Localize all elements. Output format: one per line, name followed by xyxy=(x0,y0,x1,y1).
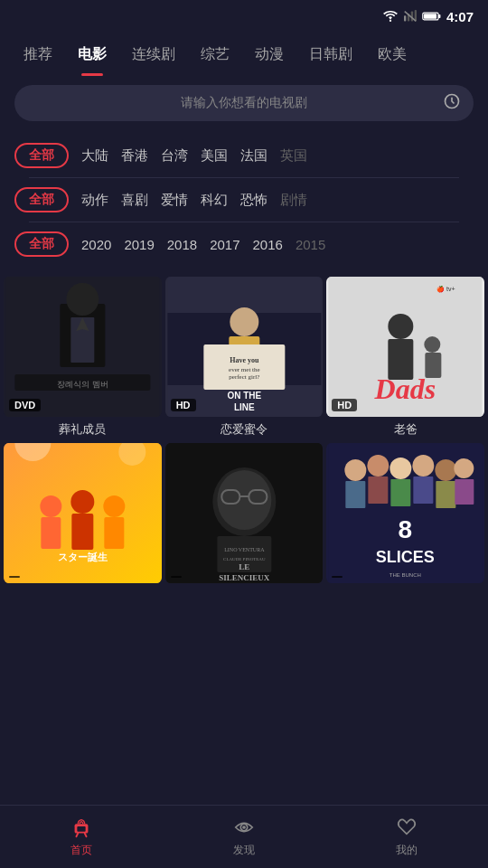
year-all-btn[interactable]: 全部 xyxy=(14,231,69,257)
region-mainland[interactable]: 大陆 xyxy=(81,147,108,165)
badge-4 xyxy=(9,576,20,578)
search-placeholder[interactable]: 请输入你想看的电视剧 xyxy=(29,95,459,111)
search-inner[interactable]: 请输入你想看的电视剧 xyxy=(14,85,474,121)
tab-variety[interactable]: 综艺 xyxy=(188,33,242,76)
region-uk[interactable]: 英国 xyxy=(280,147,307,165)
svg-rect-64 xyxy=(414,476,434,504)
genre-action[interactable]: 动作 xyxy=(81,192,108,209)
year-2019[interactable]: 2019 xyxy=(124,237,154,252)
movie-card-4[interactable]: スター誕生 xyxy=(4,443,162,590)
region-filter-row: 全部 大陆 香港 台湾 美国 法国 英国 xyxy=(14,134,474,177)
svg-point-75 xyxy=(242,826,246,829)
year-2018[interactable]: 2018 xyxy=(167,237,197,252)
svg-rect-65 xyxy=(436,481,456,508)
svg-text:Dads: Dads xyxy=(374,373,436,405)
svg-rect-41 xyxy=(104,517,124,549)
svg-point-12 xyxy=(66,283,99,316)
svg-point-0 xyxy=(389,20,391,22)
tab-western[interactable]: 欧美 xyxy=(365,33,419,76)
svg-rect-7 xyxy=(424,14,436,19)
svg-text:ever met the: ever met the xyxy=(229,366,260,373)
wifi-icon xyxy=(382,10,399,23)
svg-rect-61 xyxy=(346,481,366,508)
svg-text:장례식의 멤버: 장례식의 멤버 xyxy=(57,380,108,389)
profile-label: 我的 xyxy=(396,843,418,858)
badge-hd-2: HD xyxy=(171,399,196,411)
profile-icon xyxy=(395,816,418,839)
badge-6 xyxy=(332,576,343,578)
genre-horror[interactable]: 恐怖 xyxy=(240,192,267,209)
status-icons: 4:07 xyxy=(382,9,474,24)
svg-line-72 xyxy=(76,834,78,837)
discover-icon xyxy=(232,816,256,839)
movie-card-5[interactable]: LINO VENTURA CLAUDE PINOTEAU LE SILENCIE… xyxy=(165,443,324,590)
tab-series[interactable]: 连续剧 xyxy=(119,33,188,76)
svg-point-40 xyxy=(103,495,125,517)
movie-grid: 장례식의 멤버 DVD 葬礼成员 Have you ever met the xyxy=(0,269,488,590)
home-icon xyxy=(70,816,93,839)
movie-title-3: 老爸 xyxy=(326,417,484,439)
svg-rect-39 xyxy=(71,514,93,550)
tab-movie[interactable]: 电影 xyxy=(65,33,119,76)
svg-rect-71 xyxy=(77,826,85,832)
movie-card-2[interactable]: Have you ever met the perfect girl? ON T… xyxy=(165,277,324,439)
genre-comedy[interactable]: 喜剧 xyxy=(121,192,148,209)
year-2016[interactable]: 2016 xyxy=(253,237,283,252)
movie-card-3[interactable]: 🍎 tv+ Dads HD 老爸 xyxy=(326,277,484,439)
poster-4-art: スター誕生 xyxy=(4,443,162,583)
svg-text:ON THE: ON THE xyxy=(227,391,261,401)
svg-text:LINE: LINE xyxy=(234,402,255,412)
bottom-nav-profile[interactable]: 我的 xyxy=(371,816,443,858)
tab-korean[interactable]: 日韩剧 xyxy=(296,33,365,76)
nav-tabs: 推荐 电影 连续剧 综艺 动漫 日韩剧 欧美 xyxy=(0,33,488,76)
genre-romance[interactable]: 爱情 xyxy=(161,192,188,209)
movie-card-6[interactable]: 8 SLICES THE BUNCH xyxy=(326,443,484,590)
svg-line-5 xyxy=(405,12,416,22)
poster-2-art: Have you ever met the perfect girl? ON T… xyxy=(165,277,324,417)
movie-card-1[interactable]: 장례식의 멤버 DVD 葬礼成员 xyxy=(4,277,162,439)
svg-point-59 xyxy=(436,459,457,481)
badge-dvd: DVD xyxy=(9,399,41,411)
genre-scifi[interactable]: 科幻 xyxy=(201,192,228,209)
clock-icon[interactable] xyxy=(443,92,461,114)
movie-title-6 xyxy=(326,583,484,590)
poster-6-art: 8 SLICES THE BUNCH xyxy=(326,443,484,583)
region-hk[interactable]: 香港 xyxy=(121,147,148,165)
svg-text:LE: LE xyxy=(239,562,249,571)
svg-point-18 xyxy=(230,307,258,336)
poster-1-art: 장례식의 멤버 xyxy=(4,277,162,417)
year-2015[interactable]: 2015 xyxy=(296,237,325,252)
tab-anime[interactable]: 动漫 xyxy=(242,33,296,76)
region-us[interactable]: 美国 xyxy=(201,147,228,165)
movie-title-5 xyxy=(165,583,324,590)
movie-title-1: 葬礼成员 xyxy=(4,417,162,439)
svg-text:perfect girl?: perfect girl? xyxy=(229,373,259,381)
signal-icon xyxy=(403,10,418,23)
bottom-nav-discover[interactable]: 发现 xyxy=(208,816,280,858)
region-tw[interactable]: 台湾 xyxy=(161,147,188,165)
year-2017[interactable]: 2017 xyxy=(210,237,239,252)
svg-text:SLICES: SLICES xyxy=(376,548,435,566)
movie-title-2: 恋爱蜜令 xyxy=(165,417,324,439)
svg-text:🍎 tv+: 🍎 tv+ xyxy=(436,285,455,293)
poster-5-art: LINO VENTURA CLAUDE PINOTEAU LE SILENCIE… xyxy=(165,443,324,583)
svg-point-28 xyxy=(389,314,414,339)
discover-label: 发现 xyxy=(233,843,255,858)
badge-hd-3: HD xyxy=(332,399,357,411)
svg-text:LINO VENTURA: LINO VENTURA xyxy=(224,547,265,552)
svg-rect-8 xyxy=(438,14,440,18)
svg-text:CLAUDE PINOTEAU: CLAUDE PINOTEAU xyxy=(223,557,266,561)
region-france[interactable]: 法国 xyxy=(240,147,267,165)
region-all-btn[interactable]: 全部 xyxy=(14,143,69,168)
bottom-nav-home[interactable]: 首页 xyxy=(45,816,117,858)
year-filter-row: 全部 2020 2019 2018 2017 2016 2015 xyxy=(14,222,474,266)
battery-icon xyxy=(422,10,442,23)
svg-rect-62 xyxy=(369,476,389,504)
svg-point-36 xyxy=(40,495,61,517)
genre-all-btn[interactable]: 全部 xyxy=(14,187,69,212)
tab-recommend[interactable]: 推荐 xyxy=(11,33,65,76)
genre-drama[interactable]: 剧情 xyxy=(280,192,307,209)
year-2020[interactable]: 2020 xyxy=(81,237,111,252)
status-bar: 4:07 xyxy=(0,0,488,33)
poster-3-art: 🍎 tv+ Dads xyxy=(326,277,484,417)
